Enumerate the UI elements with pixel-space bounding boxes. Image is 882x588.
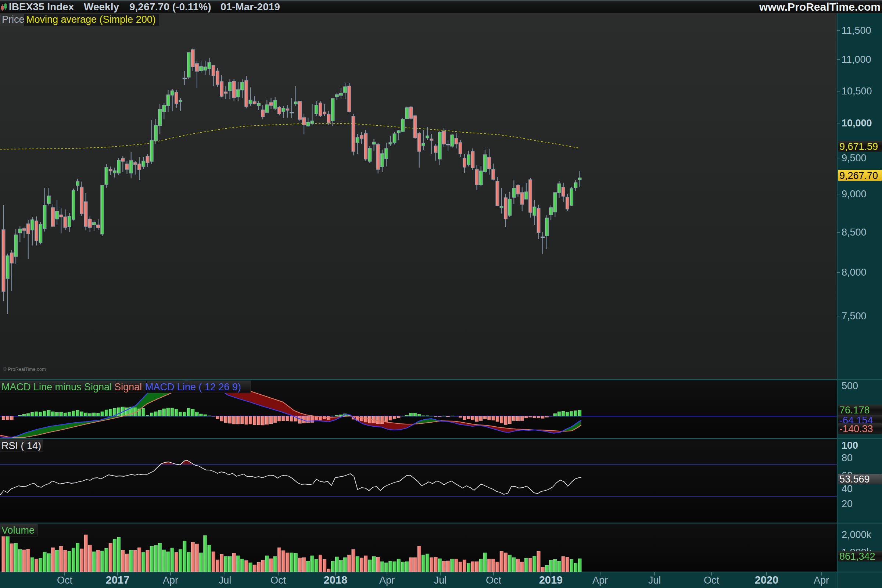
svg-text:9,000: 9,000 xyxy=(842,189,867,200)
svg-text:-140.33: -140.33 xyxy=(839,423,873,434)
svg-text:01-Mar-2019: 01-Mar-2019 xyxy=(220,1,280,12)
svg-text:Jul: Jul xyxy=(219,575,231,586)
svg-text:Weekly: Weekly xyxy=(84,1,119,12)
svg-text:10,500: 10,500 xyxy=(842,86,872,97)
svg-text:Apr: Apr xyxy=(814,575,829,586)
svg-text:© ProRealTime.com: © ProRealTime.com xyxy=(3,366,46,372)
svg-text:11,500: 11,500 xyxy=(842,25,872,36)
svg-text:Apr: Apr xyxy=(592,575,608,586)
svg-text:Apr: Apr xyxy=(163,575,178,586)
svg-text:11,000: 11,000 xyxy=(842,54,872,65)
svg-text:Oct: Oct xyxy=(486,575,502,586)
svg-text:10,000: 10,000 xyxy=(842,118,872,129)
svg-text:Jul: Jul xyxy=(648,575,661,586)
svg-text:9,671.59: 9,671.59 xyxy=(839,141,878,152)
svg-text:Signal: Signal xyxy=(114,381,142,393)
svg-text:Apr: Apr xyxy=(379,575,395,586)
svg-text:Price: Price xyxy=(2,14,25,25)
svg-text:8,000: 8,000 xyxy=(842,267,867,278)
svg-text:2020: 2020 xyxy=(755,574,779,586)
svg-text:IBEX35 Index: IBEX35 Index xyxy=(9,1,74,12)
svg-text:500: 500 xyxy=(842,380,858,392)
svg-text:9,267.70 (-0.11%): 9,267.70 (-0.11%) xyxy=(129,1,212,12)
svg-text:Jul: Jul xyxy=(434,575,447,586)
svg-text:2019: 2019 xyxy=(539,574,563,586)
svg-text:Oct: Oct xyxy=(57,575,73,586)
svg-text:www.ProRealTime.com: www.ProRealTime.com xyxy=(759,1,880,13)
svg-text:MACD Line minus Signal: MACD Line minus Signal xyxy=(2,381,112,393)
svg-text:100: 100 xyxy=(842,440,858,451)
svg-text:861,342: 861,342 xyxy=(839,551,875,562)
svg-text:RSI ( 14): RSI ( 14) xyxy=(2,440,41,451)
svg-text:Oct: Oct xyxy=(270,575,286,586)
svg-text:76.178: 76.178 xyxy=(839,405,870,416)
svg-text:MACD Line ( 12 26 9): MACD Line ( 12 26 9) xyxy=(145,381,241,393)
svg-text:2018: 2018 xyxy=(324,574,348,586)
svg-text:2017: 2017 xyxy=(106,574,130,586)
svg-text:Moving average (Simple 200): Moving average (Simple 200) xyxy=(26,14,156,25)
svg-text:7,500: 7,500 xyxy=(842,310,867,322)
svg-text:9,267.70: 9,267.70 xyxy=(839,170,878,181)
svg-text:80: 80 xyxy=(842,452,853,464)
svg-text:9,500: 9,500 xyxy=(842,153,867,164)
svg-text:Volume: Volume xyxy=(2,525,34,536)
svg-text:8,500: 8,500 xyxy=(842,227,867,238)
svg-text:2,000k: 2,000k xyxy=(842,529,872,540)
svg-text:53.569: 53.569 xyxy=(839,474,870,485)
svg-text:40: 40 xyxy=(842,483,853,494)
svg-text:20: 20 xyxy=(842,498,853,509)
svg-text:Oct: Oct xyxy=(704,575,720,586)
